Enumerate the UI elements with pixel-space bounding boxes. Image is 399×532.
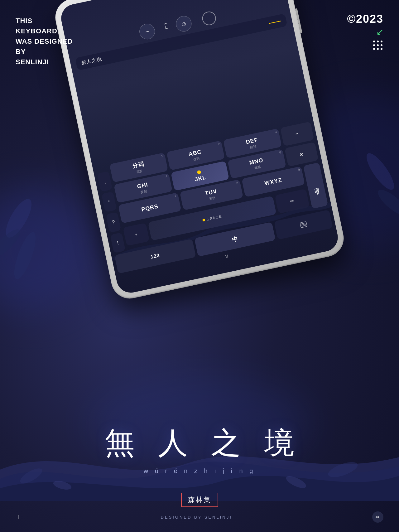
space-icon-dot [202, 219, 205, 221]
toolbar-minus[interactable]: − [138, 22, 156, 41]
svg-rect-20 [301, 224, 302, 225]
svg-point-14 [381, 44, 382, 46]
footer-designed-by: DESIGNED BY SENLINJI [133, 514, 260, 520]
punct-exclaim[interactable]: ! [110, 232, 126, 253]
footer-plus-icon[interactable]: + [16, 512, 21, 522]
svg-point-7 [362, 150, 398, 193]
copyright-area: ©2023 ↙ [347, 12, 383, 52]
punct-comma[interactable]: , [97, 171, 113, 192]
designer-credit: THIS KEYBOARD WAS DESIGNED BY SENLINJI [16, 16, 73, 67]
footer-line-left [137, 517, 156, 517]
space-label-container: SPACE [202, 214, 222, 222]
svg-point-9 [373, 41, 375, 42]
pinyin-romanization: w ú r é n z h ī j ì n g [0, 467, 399, 475]
bottom-footer: + DESIGNED BY SENLINJI ✏ [0, 511, 399, 523]
copyright-year: ©2023 [347, 12, 383, 25]
svg-point-10 [377, 41, 379, 42]
key-star[interactable]: ✦ [123, 223, 150, 246]
svg-point-12 [373, 44, 375, 46]
key-pen[interactable]: ✏ [275, 189, 310, 214]
svg-point-8 [374, 186, 399, 220]
svg-point-17 [381, 48, 382, 50]
toolbar-search[interactable] [201, 10, 217, 27]
footer-text: DESIGNED BY SENLINJI [161, 515, 232, 520]
punct-question[interactable]: ? [106, 212, 121, 233]
logo-wrapper: 森林集 [0, 483, 399, 507]
prediction-text: 無人之境 [80, 56, 103, 66]
svg-point-15 [373, 48, 375, 50]
jkl-dot [197, 170, 201, 174]
prediction-bar-line [269, 20, 281, 23]
toolbar-cursor[interactable]: ⌶ [158, 19, 172, 33]
senlinji-logo: 森林集 [181, 493, 218, 507]
key-delete[interactable]: ⊗ [284, 142, 319, 167]
key-minus[interactable]: − [280, 122, 314, 146]
punct-degree[interactable]: ° [101, 191, 117, 212]
svg-rect-21 [302, 223, 303, 224]
svg-rect-27 [302, 225, 305, 226]
arrow-icon: ↙ [347, 27, 383, 37]
svg-rect-26 [305, 224, 305, 225]
svg-rect-22 [303, 223, 304, 224]
keyboard-layout: , ° ? ! 1 分词 段首 [93, 121, 338, 283]
left-decor [0, 156, 56, 281]
svg-point-16 [377, 48, 379, 50]
svg-point-13 [377, 44, 379, 46]
svg-rect-25 [302, 224, 304, 225]
svg-rect-24 [301, 225, 302, 226]
svg-point-11 [381, 41, 382, 42]
toolbar-smiley[interactable]: ☺ [175, 15, 193, 33]
svg-rect-23 [304, 223, 305, 224]
dots-grid-icon [347, 40, 383, 52]
right-decor [343, 125, 399, 249]
footer-line-right [237, 517, 256, 517]
title-section: 無 人 之 境 w ú r é n z h ī j ì n g 森林集 [0, 423, 399, 507]
chinese-title: 無 人 之 境 [0, 423, 399, 464]
footer-pen-icon[interactable]: ✏ [372, 511, 383, 523]
